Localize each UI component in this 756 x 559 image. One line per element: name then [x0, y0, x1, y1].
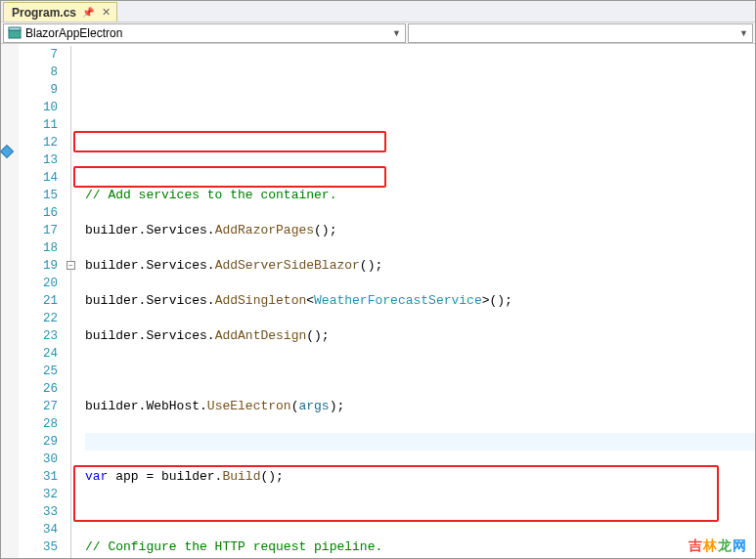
chevron-down-icon: ▼ [739, 28, 748, 38]
code-line: // Configure the HTTP request pipeline. [85, 539, 382, 554]
svg-rect-1 [9, 27, 21, 30]
line-number: 27 [19, 398, 58, 415]
line-number: 18 [19, 239, 58, 257]
line-number: 14 [19, 169, 58, 187]
line-number: 9 [19, 81, 58, 99]
line-number: 20 [19, 275, 58, 292]
line-number: 17 [19, 222, 58, 239]
bookmark-icon [1, 145, 14, 158]
code-editor[interactable]: 7891011121314151617181920212223242526272… [1, 44, 755, 559]
code-line: // Add services to the container. [85, 188, 336, 202]
line-number: 35 [19, 538, 58, 556]
line-number: 16 [19, 204, 58, 222]
line-number: 26 [19, 380, 58, 398]
line-number-gutter: 7891011121314151617181920212223242526272… [19, 44, 66, 559]
line-number: 31 [19, 468, 58, 486]
line-number: 30 [19, 451, 58, 468]
line-number: 11 [19, 116, 58, 134]
line-number: 15 [19, 187, 58, 204]
line-number: 7 [19, 46, 58, 64]
line-number: 23 [19, 327, 58, 345]
code-line: var app = builder.Build(); [85, 468, 755, 486]
close-icon[interactable]: ✕ [102, 6, 111, 19]
line-number: 34 [19, 521, 58, 538]
fold-toggle[interactable]: − [67, 261, 75, 270]
tab-title: Program.cs [12, 6, 76, 20]
line-number: 12 [19, 134, 58, 151]
line-number: 29 [19, 433, 58, 451]
code-area[interactable]: // Add services to the container. builde… [79, 44, 755, 559]
highlight-box-2 [73, 166, 386, 188]
watermark: 吉林龙网 [689, 537, 747, 554]
line-number: 25 [19, 363, 58, 380]
namespace-label: BlazorAppElectron [25, 26, 122, 40]
line-number: 13 [19, 151, 58, 169]
line-number: 10 [19, 99, 58, 116]
pin-icon[interactable]: 📌 [82, 7, 94, 18]
tab-bar: Program.cs 📌 ✕ [1, 1, 755, 22]
csharp-icon [8, 26, 22, 40]
highlight-box-1 [73, 131, 386, 152]
line-number: 33 [19, 503, 58, 521]
line-number: 24 [19, 345, 58, 363]
line-number: 19 [19, 257, 58, 275]
line-number: 8 [19, 64, 58, 81]
line-number: 21 [19, 292, 58, 310]
code-line: builder.Services.AddAntDesign(); [85, 327, 755, 345]
namespace-dropdown[interactable]: BlazorAppElectron ▼ [3, 23, 406, 43]
context-bar: BlazorAppElectron ▼ ▼ [1, 22, 755, 44]
tab-program-cs[interactable]: Program.cs 📌 ✕ [3, 2, 117, 22]
code-line: builder.WebHost.UseElectron(args); [85, 398, 755, 415]
member-dropdown[interactable]: ▼ [408, 23, 753, 43]
code-line: builder.Services.AddRazorPages(); [85, 222, 755, 239]
line-number: 22 [19, 310, 58, 327]
code-line: builder.Services.AddServerSideBlazor(); [85, 257, 755, 275]
code-line: builder.Services.AddSingleton<WeatherFor… [85, 292, 755, 310]
chevron-down-icon: ▼ [392, 28, 401, 38]
glyph-margin [1, 44, 19, 559]
line-number: 32 [19, 486, 58, 503]
fold-margin: − [66, 44, 79, 559]
svg-rect-0 [9, 30, 21, 38]
line-number: 28 [19, 415, 58, 433]
